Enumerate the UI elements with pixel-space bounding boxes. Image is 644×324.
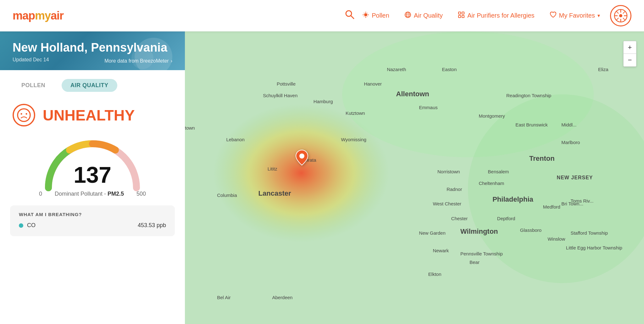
pollen-icon <box>362 11 369 20</box>
globe-icon <box>404 11 411 20</box>
svg-point-6 <box>368 14 369 15</box>
search-button[interactable] <box>345 9 355 22</box>
map-label: Schuylkill Haven <box>263 93 297 98</box>
svg-point-2 <box>364 13 367 16</box>
svg-point-30 <box>18 109 30 121</box>
breathing-value: 453.53 ppb <box>138 222 166 229</box>
svg-point-9 <box>364 16 364 17</box>
main-content: New Holland, Pennsylvania Updated Dec 14… <box>0 31 644 324</box>
map-label: Trenton <box>529 154 555 163</box>
zoom-in-button[interactable]: + <box>624 41 636 54</box>
list-item: CO 453.53 ppb <box>19 221 166 230</box>
grid-icon <box>458 11 465 20</box>
svg-point-10 <box>367 16 368 17</box>
map-label: Hamburg <box>314 99 333 104</box>
map-label: Medford <box>543 204 560 209</box>
map-label: Bear <box>469 260 480 265</box>
main-nav: Pollen Air Quality <box>362 11 600 20</box>
map-label: Emmaus <box>419 105 438 110</box>
map-label: Nazareth <box>387 67 406 72</box>
location-updated: Updated Dec 14 <box>13 57 172 63</box>
map-label: New Garden <box>419 230 446 236</box>
map-label: Montgomery <box>479 113 505 119</box>
logo-my: my <box>35 9 51 22</box>
location-header: New Holland, Pennsylvania Updated Dec 14… <box>0 31 185 70</box>
map-label: Bensalem <box>488 169 509 174</box>
map-label: Lancaster <box>258 189 291 198</box>
svg-point-7 <box>364 13 364 14</box>
zoom-out-button[interactable]: − <box>624 54 636 66</box>
map-label: Little Egg Harbor Township <box>566 245 622 250</box>
map-controls: + − <box>623 41 636 67</box>
nav-air-purifiers-label: Air Purifiers for Allergies <box>467 12 534 19</box>
svg-rect-33 <box>185 31 644 324</box>
map-label: NEW JERSEY <box>557 175 593 181</box>
location-name: New Holland, Pennsylvania <box>13 41 172 54</box>
map-label: Winslow <box>547 236 565 242</box>
gauge-chart: 137 <box>39 133 146 189</box>
map-label: Allentown <box>396 90 429 98</box>
svg-point-31 <box>21 113 22 115</box>
map-label: Columbia <box>217 193 237 198</box>
user-avatar[interactable] <box>610 5 631 26</box>
svg-point-3 <box>365 12 366 13</box>
breezometer-link[interactable]: More data from BreezoMeter › <box>104 58 172 64</box>
map-label: Lebanon <box>226 137 244 142</box>
nav-my-favorites[interactable]: My Favorites ▾ <box>550 12 600 20</box>
map-label: Bel Air <box>217 295 230 300</box>
map-label: Wyomissing <box>341 137 366 142</box>
map-label: Chester <box>451 216 468 221</box>
map-label: Glassboro <box>520 227 541 233</box>
breathing-name: CO <box>27 222 134 229</box>
svg-rect-17 <box>462 12 464 14</box>
left-panel: New Holland, Pennsylvania Updated Dec 14… <box>0 31 185 324</box>
map-label: West Chester <box>433 201 461 206</box>
status-icon <box>13 104 35 126</box>
svg-rect-16 <box>458 12 461 14</box>
logo-map: map <box>13 9 35 22</box>
map-label: Lititz <box>268 166 277 171</box>
svg-point-8 <box>367 13 368 14</box>
svg-line-26 <box>616 11 619 13</box>
heart-icon <box>550 12 557 20</box>
nav-air-quality[interactable]: Air Quality <box>404 11 443 20</box>
status-section: UNHEALTHY <box>0 101 185 133</box>
header: mapmyair Pollen <box>0 0 644 31</box>
tab-pollen[interactable]: POLLEN <box>13 79 54 92</box>
map-label: Pottsville <box>277 81 296 87</box>
map-container[interactable]: Nazareth Easton Pottsville Hanover Schuy… <box>185 31 644 324</box>
svg-point-37 <box>299 154 304 159</box>
svg-line-29 <box>616 18 619 20</box>
gauge-section: 137 0 Dominant Pollutant - PM2.5 500 <box>0 133 185 200</box>
nav-pollen[interactable]: Pollen <box>362 11 389 20</box>
breathing-dot <box>19 223 23 228</box>
map-label: Radnor <box>447 187 462 192</box>
svg-point-5 <box>363 14 364 15</box>
svg-rect-18 <box>458 15 461 18</box>
svg-line-28 <box>623 11 625 13</box>
map-label: Pennsville Township <box>460 251 503 256</box>
map-background: Nazareth Easton Pottsville Hanover Schuy… <box>185 31 644 324</box>
logo[interactable]: mapmyair <box>13 9 64 22</box>
status-label: UNHEALTHY <box>43 107 135 124</box>
map-label: Stafford Township <box>570 230 608 236</box>
svg-line-1 <box>351 16 354 19</box>
svg-point-34 <box>213 104 389 242</box>
map-label: East Brunswick <box>515 122 548 127</box>
map-label: Readington Township <box>506 93 551 98</box>
map-label: Eliza <box>598 67 608 72</box>
map-label: Bri Town... <box>561 201 583 206</box>
breathing-title: WHAT AM I BREATHING? <box>19 212 166 217</box>
tab-air-quality[interactable]: AIR QUALITY <box>62 79 117 92</box>
nav-air-quality-label: Air Quality <box>414 12 443 19</box>
tabs: POLLEN AIR QUALITY <box>0 70 185 101</box>
heatmap-overlay <box>185 31 644 324</box>
svg-line-27 <box>623 18 625 20</box>
svg-point-36 <box>468 94 644 283</box>
gauge-value: 137 <box>74 164 111 186</box>
map-label: Aberdeen <box>272 295 292 300</box>
map-label: Middl... <box>561 122 576 127</box>
map-label: Philadelphia <box>492 195 533 204</box>
map-label: town <box>185 125 195 131</box>
nav-air-purifiers[interactable]: Air Purifiers for Allergies <box>458 11 534 20</box>
